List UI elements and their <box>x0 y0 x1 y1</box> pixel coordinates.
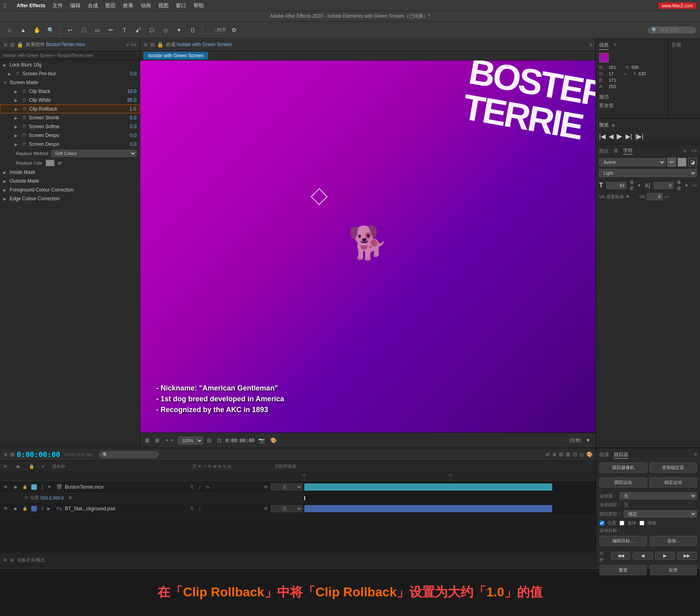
comp-close-btn[interactable]: ✕ <box>143 42 148 48</box>
reset-btn[interactable]: 重置 <box>599 565 647 575</box>
clone-tool[interactable]: ⬡ <box>146 24 157 36</box>
menu-view[interactable]: 视图 <box>158 2 169 9</box>
va-dropdown[interactable]: ▼ <box>626 194 630 199</box>
preblur-stopwatch[interactable]: ⏱ <box>14 71 21 76</box>
screen-despo1-value[interactable]: 0.0 <box>130 133 137 138</box>
viewer-chevron-btn[interactable]: ▼ <box>584 437 592 444</box>
font-pipette-btn[interactable]: ✏ <box>667 158 676 167</box>
tracker-tab-active[interactable]: 跟踪器 <box>614 451 628 459</box>
clip-rollback-value[interactable]: 1.0 <box>129 106 136 112</box>
apple-icon[interactable]:  <box>4 2 6 9</box>
viewer-frame-btn[interactable]: ⊟ <box>205 437 213 444</box>
screen-softness-item[interactable]: ▶ ⏱ Screen Softne 0.0 <box>0 122 140 131</box>
tl-tool-5[interactable]: ⊡ <box>573 451 577 457</box>
audio-tab-link[interactable]: ≡ <box>614 42 616 50</box>
prev-fwd-btn[interactable]: ▶| <box>626 133 632 140</box>
zoom-tool[interactable]: 🔍 <box>45 24 56 36</box>
tl-tool-2[interactable]: ⊕ <box>552 451 557 457</box>
brush-tool[interactable]: 🖌 <box>133 24 144 36</box>
tl-1-expand[interactable]: ▼ <box>47 485 54 489</box>
search-area[interactable]: 🔍 <box>648 26 696 34</box>
hand-tool[interactable]: ✋ <box>31 24 42 36</box>
undo-btn[interactable]: ↩ <box>64 24 76 36</box>
viewer-fit-btn[interactable]: ⊡ <box>215 437 223 444</box>
clip-white-value[interactable]: 85.0 <box>127 97 137 103</box>
tl-1-name[interactable]: BostonTerrier.mov <box>65 484 187 490</box>
clip-black-stopwatch[interactable]: ⏱ <box>21 89 27 94</box>
undo-btn[interactable]: 撤消 <box>599 94 665 101</box>
info-tab[interactable]: 信息 <box>599 42 609 50</box>
screen-shrink-value[interactable]: 0.0 <box>130 115 137 121</box>
tl-sub-stopwatch[interactable]: ⏱ <box>24 495 28 500</box>
font-name-select[interactable]: Avenir <box>599 158 666 166</box>
tl-2-sw-1[interactable]: ⺼ <box>188 505 195 511</box>
replace-method-select[interactable]: Soft Colour <box>51 150 137 157</box>
outside-mask-section[interactable]: ▶ Outside Mask <box>0 177 140 185</box>
tl-tool-7[interactable]: 🎨 <box>586 451 593 457</box>
tl-2-sw-2[interactable]: / <box>196 506 203 511</box>
track-camera-btn[interactable]: 跟踪摄像机 <box>599 463 647 473</box>
tl-2-bar[interactable] <box>304 505 552 512</box>
panel-menu-btn[interactable]: ≡ <box>126 42 129 48</box>
viewer-3d-btn[interactable]: ⚬⚬ <box>163 437 175 444</box>
inside-mask-section[interactable]: ▶ Inside Mask <box>0 168 140 177</box>
tl-1-solo[interactable]: ◉ <box>11 485 19 489</box>
clip-black-value[interactable]: 10.0 <box>127 89 137 94</box>
home-btn[interactable]: ⌂ <box>4 24 15 36</box>
font-preview-swatch[interactable] <box>678 158 686 167</box>
timeline-search-input[interactable] <box>99 451 159 458</box>
viewer-grid-btn[interactable]: ⊞ <box>153 437 161 444</box>
clip-white-stopwatch[interactable]: ⏱ <box>21 98 27 103</box>
clip-white-item[interactable]: ▶ ⏱ Clip White 85.0 <box>0 96 140 105</box>
track-compose-icon[interactable]: ⊞ <box>10 558 14 563</box>
viewer-color-btn[interactable]: 🎨 <box>269 437 278 444</box>
track-mode-btn[interactable]: 切换开关/模式 <box>17 557 45 563</box>
tl-1-bar[interactable] <box>304 483 552 491</box>
screen-despo2-item[interactable]: ▶ ⏱ Screen Despo 0.0 <box>0 140 140 149</box>
tl-1-parent-select[interactable]: 无 <box>271 483 303 491</box>
pen-tool[interactable]: ✏ <box>105 24 117 36</box>
prev-last-btn[interactable]: |▶| <box>635 133 643 140</box>
preview-menu[interactable]: ≡ <box>612 123 615 128</box>
clip-rollback-item[interactable]: ▶ ⏱ Clip Rollback 1.0 <box>0 105 140 113</box>
tl-1-lock[interactable]: 🔒 <box>21 485 29 489</box>
menu-comp[interactable]: 合成 <box>88 2 98 9</box>
screen-despo1-stopwatch[interactable]: ⏱ <box>21 133 27 138</box>
eraser-tool[interactable]: ◇ <box>160 24 171 36</box>
warp-stabilizer-btn[interactable]: 变形稳定器 <box>650 463 697 473</box>
tl-1-sw-fx[interactable]: fx <box>204 485 211 489</box>
settings-btn[interactable]: ⚙ <box>229 24 240 36</box>
menu-anim[interactable]: 动画 <box>141 2 151 9</box>
screen-despo2-stopwatch[interactable]: ⏱ <box>21 142 27 147</box>
tl-tool-1[interactable]: ⇄ <box>545 451 550 457</box>
prev-back-btn[interactable]: ◀ <box>609 133 614 140</box>
apply-btn-options[interactable]: 选项... <box>650 536 697 546</box>
screen-softness-stopwatch[interactable]: ⏱ <box>21 124 27 129</box>
panel-close-btn[interactable]: ✕ <box>3 42 8 48</box>
tl-2-parent-select[interactable]: 无 <box>271 505 303 512</box>
tl-sub-pos-value[interactable]: 550.0,360.0 <box>40 495 64 500</box>
va-value-input[interactable] <box>647 193 663 200</box>
select-tool[interactable]: ▲ <box>18 24 29 36</box>
presets-tab[interactable]: 预设 <box>599 148 609 155</box>
replace-color-arrows[interactable]: ⇄ <box>58 160 62 166</box>
analyze-back-btn[interactable]: ◀◀ <box>611 552 630 560</box>
tl-row-2-right[interactable] <box>304 503 596 514</box>
font-size-dropdown[interactable]: ▼ <box>637 183 642 188</box>
tracker-menu-btn[interactable]: ≡ <box>694 451 697 459</box>
font-tracking-input[interactable] <box>654 182 674 189</box>
chars-tab-active[interactable]: 字符 <box>623 147 633 155</box>
screen-softness-value[interactable]: 0.0 <box>130 124 137 129</box>
tl-keyframe-1[interactable] <box>304 496 305 500</box>
replace-color-swatch[interactable] <box>46 160 54 166</box>
font-style-select[interactable]: Light <box>599 169 697 177</box>
analyze-step-back-btn[interactable]: ◀ <box>633 552 652 560</box>
comp-tab-active[interactable]: Isolate with Green Screen <box>143 52 208 60</box>
menu-window[interactable]: 窗口 <box>176 2 186 9</box>
chars-menu-btn[interactable]: ≡ <box>684 148 686 154</box>
track-settings-icon[interactable]: ⚙ <box>3 558 7 563</box>
track-motion-btn[interactable]: 跟踪运动 <box>599 477 647 487</box>
puppet-tool[interactable]: ✦ <box>173 24 185 36</box>
analyze-play-btn[interactable]: ▶ <box>655 552 675 560</box>
library-tab[interactable]: 库 <box>614 148 618 155</box>
